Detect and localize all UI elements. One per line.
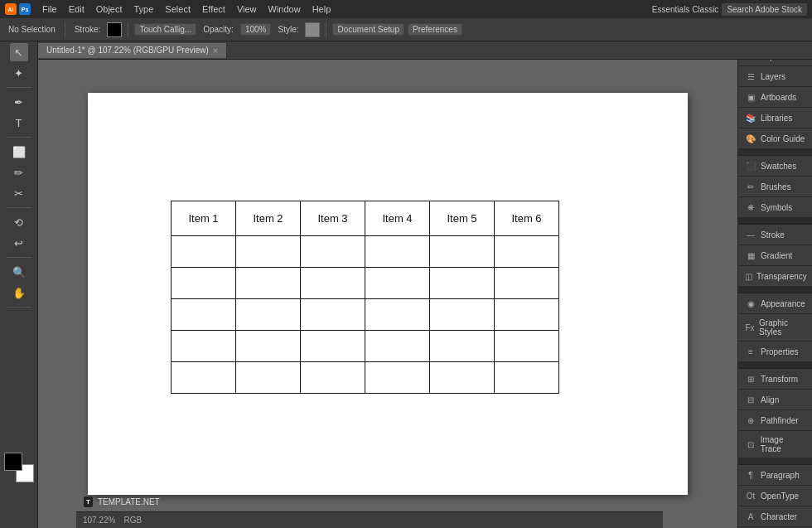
menu-help[interactable]: Help — [307, 2, 336, 16]
image-trace-icon: ⊡ — [745, 438, 756, 450]
cell — [365, 268, 430, 299]
table-header-6: Item 6 — [495, 201, 559, 236]
scissors-tool[interactable]: ✂ — [10, 184, 28, 202]
panel-transparency[interactable]: ◫ Transparency — [738, 266, 812, 287]
panel-transform[interactable]: ⊞ Transform — [738, 369, 812, 390]
reflect-tool[interactable]: ↩ — [10, 234, 28, 252]
document-tab-title: Untitled-1* @ 107.22% (RGB/GPU Preview) — [46, 46, 209, 55]
panel-opentype-label: OpenType — [761, 492, 799, 501]
menu-object[interactable]: Object — [91, 2, 128, 16]
rotate-tool[interactable]: ⟲ — [10, 213, 28, 231]
color-guide-icon: 🎨 — [745, 133, 756, 144]
cell — [430, 268, 495, 299]
app-logos: Ai Ps — [5, 3, 31, 15]
foreground-color-swatch[interactable] — [4, 453, 22, 471]
close-tab-button[interactable]: × — [213, 46, 218, 56]
panel-symbols[interactable]: ❋ Symbols — [738, 197, 812, 218]
panel-color-guide[interactable]: 🎨 Color Guide — [738, 128, 812, 149]
panel-appearance-label: Appearance — [761, 299, 805, 308]
cell — [365, 236, 430, 268]
pencil-tool[interactable]: ✏ — [10, 163, 28, 182]
cell — [172, 331, 236, 362]
watermark-brand: TEMPLATE.NET — [98, 497, 160, 506]
opacity-value[interactable]: 100% — [240, 23, 272, 36]
preferences-button[interactable]: Preferences — [408, 23, 462, 36]
cell — [236, 299, 301, 331]
cell — [430, 299, 495, 331]
toolbar-sep-3 — [326, 22, 326, 37]
selection-tool[interactable]: ↖ — [10, 43, 28, 61]
pathfinder-icon: ⊕ — [745, 414, 756, 426]
opacity-label: Opacity: — [200, 23, 237, 36]
type-tool[interactable]: T — [10, 114, 28, 132]
symbols-icon: ❋ — [745, 201, 756, 213]
menu-effect[interactable]: Effect — [197, 2, 230, 16]
panel-opentype[interactable]: Ot OpenType — [738, 486, 812, 506]
panel-align[interactable]: ⊟ Align — [738, 390, 812, 410]
hand-tool[interactable]: ✋ — [10, 283, 28, 302]
direct-selection-tool[interactable]: ✦ — [10, 64, 28, 82]
panel-image-trace[interactable]: ⊡ Image Trace — [738, 431, 812, 458]
panel-swatches[interactable]: ⬛ Swatches — [738, 156, 812, 177]
graphic-styles-icon: Fx — [745, 322, 755, 333]
cell — [236, 362, 301, 394]
document-setup-button[interactable]: Document Setup — [332, 23, 404, 36]
panel-swatches-label: Swatches — [761, 162, 796, 171]
style-swatch[interactable] — [305, 22, 320, 37]
cell — [172, 299, 236, 331]
data-table: Item 1 Item 2 Item 3 Item 4 Item 5 Item … — [171, 201, 559, 394]
table-row — [172, 362, 559, 394]
canvas-area[interactable]: Item 1 Item 2 Item 3 Item 4 Item 5 Item … — [38, 60, 737, 528]
zoom-tool[interactable]: 🔍 — [10, 263, 28, 281]
menu-right: Essentials Classic Search Adobe Stock — [652, 3, 807, 16]
panel-paragraph-label: Paragraph — [761, 471, 800, 480]
panel-brushes-label: Brushes — [761, 182, 791, 191]
align-icon: ⊟ — [745, 394, 756, 405]
gradient-icon: ▦ — [745, 249, 756, 261]
right-panels: ◑ Color ↗ Asset Export ☰ Layers ▣ Artboa… — [737, 18, 812, 528]
menu-file[interactable]: File — [37, 2, 62, 16]
document-tab[interactable]: Untitled-1* @ 107.22% (RGB/GPU Preview) … — [38, 43, 227, 58]
pen-tool[interactable]: ✒ — [10, 93, 28, 111]
panel-image-trace-label: Image Trace — [761, 435, 805, 453]
cell — [301, 362, 365, 394]
cell — [365, 331, 430, 362]
rectangle-tool[interactable]: ⬜ — [10, 143, 28, 161]
panel-layers[interactable]: ☰ Layers — [738, 66, 812, 87]
panel-stroke[interactable]: — Stroke — [738, 225, 812, 245]
cell — [172, 236, 236, 268]
table-header-2: Item 2 — [236, 201, 301, 236]
panel-gradient[interactable]: ▦ Gradient — [738, 245, 812, 266]
menu-select[interactable]: Select — [160, 2, 196, 16]
cell — [301, 268, 365, 299]
panel-properties[interactable]: ≡ Properties — [738, 342, 812, 362]
cell — [495, 362, 559, 394]
panel-graphic-styles[interactable]: Fx Graphic Styles — [738, 314, 812, 342]
panel-pathfinder[interactable]: ⊕ Pathfinder — [738, 410, 812, 431]
menu-type[interactable]: Type — [129, 2, 159, 16]
tool-separator-3 — [7, 207, 31, 208]
panel-libraries[interactable]: 📚 Libraries — [738, 108, 812, 128]
menu-view[interactable]: View — [232, 2, 262, 16]
table-header-1: Item 1 — [172, 201, 236, 236]
tool-separator-5 — [7, 307, 31, 308]
artboard: Item 1 Item 2 Item 3 Item 4 Item 5 Item … — [88, 93, 688, 495]
panel-appearance[interactable]: ◉ Appearance — [738, 293, 812, 314]
search-stock[interactable]: Search Adobe Stock — [722, 3, 807, 16]
properties-icon: ≡ — [745, 346, 756, 357]
brush-selector[interactable]: Touch Callig... — [134, 23, 196, 36]
cell — [236, 236, 301, 268]
cell — [236, 268, 301, 299]
stroke-color-swatch[interactable] — [107, 22, 122, 37]
panel-character[interactable]: A Character — [738, 506, 812, 527]
menu-window[interactable]: Window — [263, 2, 306, 16]
panel-artboards[interactable]: ▣ Artboards — [738, 87, 812, 108]
opentype-icon: Ot — [745, 490, 756, 501]
cell — [495, 299, 559, 331]
panel-properties-label: Properties — [761, 347, 799, 356]
panel-paragraph[interactable]: ¶ Paragraph — [738, 465, 812, 486]
menu-edit[interactable]: Edit — [64, 2, 89, 16]
panel-brushes[interactable]: ✏ Brushes — [738, 177, 812, 197]
table-header-4: Item 4 — [365, 201, 430, 236]
paragraph-icon: ¶ — [745, 469, 756, 481]
